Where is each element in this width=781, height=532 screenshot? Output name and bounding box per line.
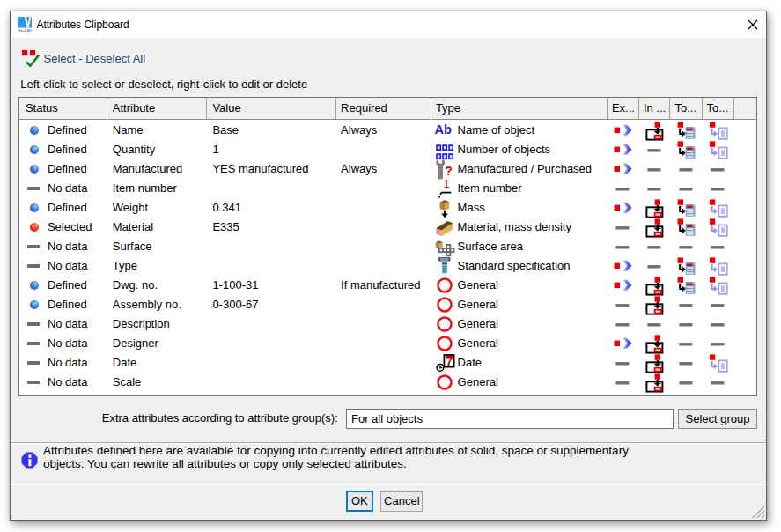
- svg-text:VariCAD: VariCAD: [18, 28, 33, 33]
